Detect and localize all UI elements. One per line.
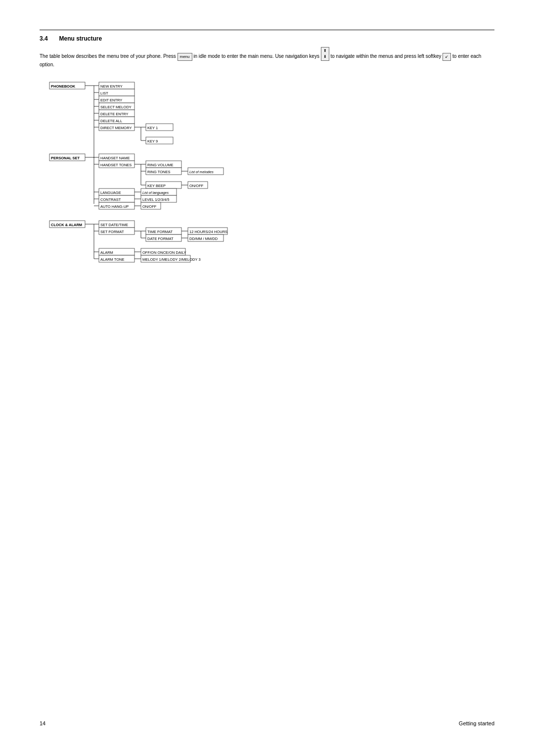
svg-text:DATE FORMAT: DATE FORMAT [147, 236, 174, 241]
intro-paragraph: The table below describes the menu tree … [40, 47, 494, 68]
page-number: 14 [40, 720, 45, 726]
svg-text:HANDSET NAME: HANDSET NAME [100, 156, 130, 160]
svg-text:12 HOURS/24 HOURS: 12 HOURS/24 HOURS [189, 230, 227, 234]
svg-text:LIST: LIST [100, 91, 108, 95]
page-footer: 14 Getting started [40, 720, 494, 726]
softkey-button: ↙ [443, 53, 451, 61]
svg-text:NEW ENTRY: NEW ENTRY [100, 84, 123, 89]
svg-text:KEY BEEP: KEY BEEP [147, 184, 166, 188]
svg-text:List of melodies: List of melodies [189, 170, 214, 174]
menu-tree-diagram: PHONEBOOK NEW ENTRY LIST EDIT ENTRY SELE… [49, 77, 494, 291]
svg-text:SELECT MELODY: SELECT MELODY [100, 105, 132, 109]
menu-tree-svg: PHONEBOOK NEW ENTRY LIST EDIT ENTRY SELE… [49, 77, 376, 290]
menu-key-button: menu [178, 53, 192, 61]
svg-text:DIRECT MEMORY: DIRECT MEMORY [100, 126, 132, 130]
nav-key-button: ⬆⬇ [321, 47, 329, 61]
svg-text:LANGUAGE: LANGUAGE [100, 190, 121, 195]
svg-text:PERSONAL SET: PERSONAL SET [51, 156, 80, 160]
svg-text:PHONEBOOK: PHONEBOOK [51, 84, 76, 89]
svg-text:CONTRAST: CONTRAST [100, 197, 121, 202]
svg-text:List of languages: List of languages [142, 191, 169, 195]
svg-text:ALARM TONE: ALARM TONE [100, 257, 125, 262]
svg-text:SET DATE/TIME: SET DATE/TIME [100, 223, 128, 227]
svg-text:ON/OFF: ON/OFF [189, 184, 204, 188]
page: 3.4 Menu structure The table below descr… [0, 0, 534, 756]
section-header: 3.4 Menu structure [40, 30, 494, 42]
svg-text:RING VOLUME: RING VOLUME [147, 163, 174, 167]
svg-text:CLOCK & ALARM: CLOCK & ALARM [51, 223, 82, 227]
svg-text:KEY 9: KEY 9 [147, 139, 158, 143]
svg-text:AUTO HANG-UP: AUTO HANG-UP [100, 204, 129, 209]
section-number: 3.4 [40, 35, 48, 42]
svg-text:DD/MM / MM/DD: DD/MM / MM/DD [189, 236, 218, 241]
section-title: Menu structure [59, 35, 102, 42]
svg-text:KEY 1: KEY 1 [147, 126, 158, 130]
svg-text:LEVEL 1/2/3/4/5: LEVEL 1/2/3/4/5 [142, 197, 169, 202]
svg-text:RING TONES: RING TONES [147, 170, 170, 174]
svg-text:OFF/ON ONCE/ON DAILY: OFF/ON ONCE/ON DAILY [142, 250, 186, 255]
footer-text: Getting started [459, 720, 494, 726]
svg-text:DELETE ALL: DELETE ALL [100, 119, 122, 123]
svg-text:EDIT ENTRY: EDIT ENTRY [100, 98, 122, 102]
svg-text:ON/OFF: ON/OFF [142, 204, 157, 209]
svg-text:MELODY 1/MELODY 2/MELODY 3: MELODY 1/MELODY 2/MELODY 3 [142, 257, 201, 262]
svg-text:SET FORMAT: SET FORMAT [100, 230, 124, 234]
svg-text:TIME FORMAT: TIME FORMAT [147, 230, 173, 234]
svg-text:DELETE ENTRY: DELETE ENTRY [100, 112, 129, 116]
svg-text:ALARM: ALARM [100, 250, 113, 255]
svg-text:HANDSET TONES: HANDSET TONES [100, 163, 132, 167]
